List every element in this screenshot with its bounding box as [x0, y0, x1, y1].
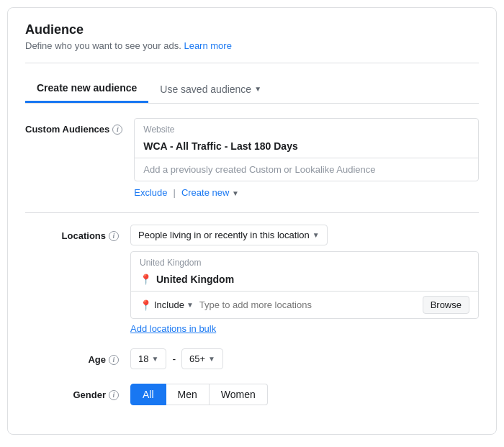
location-search-box: United Kingdom 📍 United Kingdom 📍 Includ… — [130, 251, 479, 319]
header-divider — [25, 63, 479, 63]
custom-audiences-row: Custom Audiences i Website WCA - All Tra… — [25, 118, 479, 198]
gender-men-button[interactable]: Men — [166, 384, 210, 405]
age-content: 18 ▼ - 65+ ▼ — [130, 348, 479, 369]
location-pin-icon: 📍 — [140, 274, 152, 285]
age-max-arrow: ▼ — [208, 355, 215, 363]
tab-use-saved-audience[interactable]: Use saved audience ▼ — [148, 75, 273, 103]
location-selected: 📍 United Kingdom — [131, 271, 478, 291]
gender-women-button[interactable]: Women — [210, 384, 268, 405]
location-search-input[interactable] — [199, 299, 417, 310]
locations-type-dropdown: People living in or recently in this loc… — [130, 225, 479, 245]
locations-dropdown-arrow: ▼ — [312, 231, 320, 239]
ca-placeholder[interactable]: Add a previously created Custom or Looka… — [135, 158, 478, 181]
locations-type-dropdown-button[interactable]: People living in or recently in this loc… — [130, 225, 328, 245]
age-min-dropdown[interactable]: 18 ▼ — [130, 348, 166, 369]
add-bulk-link[interactable]: Add locations in bulk — [130, 323, 479, 334]
ca-website-label: Website — [135, 119, 478, 137]
custom-audiences-label: Custom Audiences i — [25, 118, 122, 135]
gender-label: Gender i — [25, 384, 119, 400]
tabs-container: Create new audience Use saved audience ▼ — [25, 75, 479, 104]
age-selectors: 18 ▼ - 65+ ▼ — [130, 348, 479, 369]
audience-header: Audience Define who you want to see your… — [25, 22, 479, 51]
locations-label: Locations i — [25, 225, 119, 241]
location-hint: United Kingdom — [131, 252, 478, 271]
location-input-row: 📍 Include ▼ Browse — [131, 291, 478, 318]
learn-more-link[interactable]: Learn more — [184, 40, 231, 51]
use-saved-dropdown-arrow: ▼ — [254, 85, 261, 93]
middle-divider — [25, 212, 479, 213]
custom-audience-box: Website WCA - All Traffic - Last 180 Day… — [134, 118, 479, 181]
ca-selected-item: WCA - All Traffic - Last 180 Days — [135, 137, 478, 158]
create-new-dropdown-arrow: ▼ — [232, 189, 239, 197]
ca-actions: Exclude | Create new ▼ — [134, 187, 479, 198]
gender-button-group: All Men Women — [130, 384, 479, 405]
age-max-dropdown[interactable]: 65+ ▼ — [181, 348, 223, 369]
gender-info-icon[interactable]: i — [109, 390, 119, 400]
custom-audiences-info-icon[interactable]: i — [112, 125, 122, 135]
locations-content: People living in or recently in this loc… — [130, 225, 479, 334]
include-dropdown-arrow: ▼ — [186, 301, 194, 309]
page-subtitle: Define who you want to see your ads. Lea… — [25, 40, 479, 51]
ca-create-new-link[interactable]: Create new ▼ — [181, 187, 239, 198]
ca-exclude-link[interactable]: Exclude — [134, 187, 167, 198]
locations-info-icon[interactable]: i — [109, 231, 119, 241]
custom-audiences-content: Website WCA - All Traffic - Last 180 Day… — [134, 118, 479, 198]
age-separator: - — [172, 353, 176, 365]
gender-row: Gender i All Men Women — [25, 384, 479, 405]
include-dropdown[interactable]: 📍 Include ▼ — [140, 299, 194, 311]
age-min-arrow: ▼ — [151, 355, 158, 363]
locations-row: Locations i People living in or recently… — [25, 225, 479, 334]
gender-content: All Men Women — [130, 384, 479, 405]
age-label: Age i — [25, 348, 119, 365]
include-pin-icon: 📍 — [140, 299, 152, 311]
gender-all-button[interactable]: All — [130, 384, 166, 405]
page-title: Audience — [25, 22, 479, 37]
age-row: Age i 18 ▼ - 65+ ▼ — [25, 348, 479, 369]
age-info-icon[interactable]: i — [109, 355, 119, 365]
tab-create-new-audience[interactable]: Create new audience — [25, 75, 148, 103]
browse-button[interactable]: Browse — [423, 296, 469, 314]
